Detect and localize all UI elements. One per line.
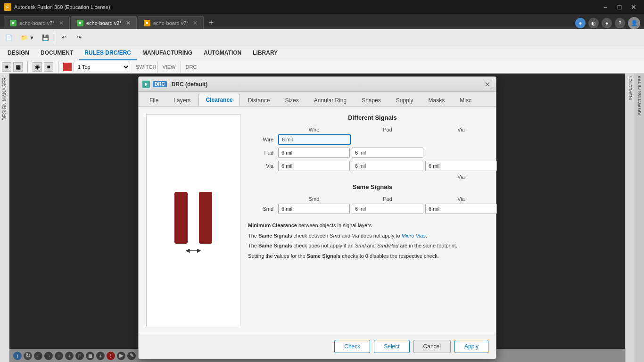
tab-echo-board-v7-3[interactable]: ■ echo-board v7* ✕: [138, 16, 204, 29]
tab-distance[interactable]: Distance: [241, 94, 277, 106]
clearance-diagram: [146, 114, 240, 326]
via-via-input[interactable]: [425, 161, 497, 171]
via-row-label: Via: [248, 163, 276, 169]
via-col-header-right: Via: [425, 174, 497, 180]
tab-supply[interactable]: Supply: [389, 94, 421, 106]
sep-layer2: [58, 61, 58, 73]
view-label: VIEW: [162, 64, 175, 70]
drc-badge: DRC: [153, 81, 167, 87]
help-icon[interactable]: ?: [615, 18, 625, 28]
dialog-content: Different Signals Wire Pad Via Wire: [139, 107, 496, 334]
tab-close-2[interactable]: ✕: [126, 20, 131, 26]
tab-annular-ring[interactable]: Annular Ring: [307, 94, 354, 106]
layer-square-icon[interactable]: ■: [2, 62, 11, 72]
tab-masks[interactable]: Masks: [421, 94, 452, 106]
col-via-header: Via: [425, 127, 497, 132]
select-button[interactable]: Select: [374, 340, 409, 353]
tab-icon-2: ■: [77, 20, 83, 26]
drc-dialog: F DRC DRC (default) ✕ File Layers Cleara…: [138, 76, 496, 359]
window-controls[interactable]: − □ ✕: [599, 2, 640, 12]
toolbar-save[interactable]: 💾: [39, 31, 53, 44]
maximize-button[interactable]: □: [613, 2, 626, 12]
tab-add-button[interactable]: +: [205, 16, 218, 29]
design-manager-label: DESIGN MANAGER: [2, 75, 7, 123]
nav-manufacturing[interactable]: MANUFACTURING: [137, 46, 198, 60]
tab-echo-board-v7-1[interactable]: ■ echo-board v7* ✕: [4, 16, 70, 29]
smd-row-label: Smd: [248, 206, 276, 212]
dialog-close-button[interactable]: ✕: [483, 80, 492, 89]
layer-selector[interactable]: 1 Top: [74, 62, 130, 72]
nav-automation[interactable]: AUTOMATION: [198, 46, 247, 60]
globe-icon[interactable]: ●: [575, 18, 586, 28]
layer-bar: ■ ▦ ◉ ■ 1 Top SWITCH VIEW DRC: [0, 60, 644, 74]
minimize-button[interactable]: −: [599, 2, 612, 12]
sep-layer3: [157, 61, 157, 73]
nav-rules-drc[interactable]: RULES DRC/ERC: [79, 46, 137, 60]
check-button[interactable]: Check: [334, 340, 370, 353]
cancel-button[interactable]: Cancel: [413, 340, 451, 353]
open-icon: 📁: [20, 34, 28, 41]
tab-layers[interactable]: Layers: [166, 94, 198, 106]
via-wire-input[interactable]: [278, 161, 350, 171]
col-pad-header: Pad: [352, 127, 423, 132]
wire-wire-input[interactable]: [278, 134, 351, 145]
dialog-footer: Check Select Cancel Apply: [139, 334, 496, 359]
nav-document[interactable]: DOCUMENT: [35, 46, 79, 60]
toolbar-open[interactable]: 📁 ▼: [17, 31, 38, 44]
dialog-title-bar: F DRC DRC (default) ✕: [139, 77, 496, 92]
pad-col-header-same: Pad: [352, 196, 423, 202]
smd-via-input[interactable]: [425, 204, 497, 214]
canvas-area[interactable]: F DRC DRC (default) ✕ File Layers Cleara…: [9, 74, 625, 362]
info-line-4: Setting the values for the Same Signals …: [248, 252, 497, 261]
toolbar-new[interactable]: 📄: [2, 31, 16, 44]
nav-design[interactable]: DESIGN: [2, 46, 35, 60]
nav-library[interactable]: LIBRARY: [247, 46, 283, 60]
tab-file[interactable]: File: [142, 94, 165, 106]
toolbar: 📄 📁 ▼ 💾 ↶ ↷: [0, 29, 644, 46]
tab-clearance[interactable]: Clearance: [198, 94, 239, 106]
dialog-tab-bar: File Layers Clearance Distance Sizes: [139, 92, 496, 107]
notification-icon[interactable]: ●: [602, 18, 612, 28]
view-icon[interactable]: ◉: [33, 62, 42, 72]
dialog-app-icon: F: [142, 81, 150, 88]
pad-row-label: Pad: [248, 150, 276, 156]
info-line-3: The Same Signals check does not apply if…: [248, 242, 497, 250]
pad-pad-input[interactable]: [352, 148, 423, 158]
sep-layer4: [181, 61, 181, 73]
layer-color-swatch: [63, 63, 72, 71]
sep-layer: [27, 61, 28, 73]
apply-button[interactable]: Apply: [454, 340, 488, 353]
drc-label: DRC: [186, 64, 197, 70]
col-empty: [248, 127, 276, 132]
app-icon: F: [4, 3, 11, 11]
tab-echo-board-v2[interactable]: ■ echo-board v2* ✕: [71, 16, 137, 29]
via-pad-input[interactable]: [352, 161, 423, 171]
nav-bar: DESIGN DOCUMENT RULES DRC/ERC MANUFACTUR…: [0, 46, 644, 60]
view-toggle-icon[interactable]: ■: [44, 62, 53, 72]
svg-rect-0: [174, 192, 188, 244]
dialog-title: DRC (default): [172, 81, 480, 88]
tab-close-3[interactable]: ✕: [193, 20, 198, 26]
clock-icon[interactable]: ◐: [588, 18, 599, 28]
smd-smd-input[interactable]: [278, 204, 350, 214]
toolbar-redo[interactable]: ↷: [72, 31, 86, 44]
modal-overlay: F DRC DRC (default) ✕ File Layers Cleara…: [9, 74, 625, 362]
redo-icon: ↷: [75, 34, 83, 41]
user-avatar[interactable]: 👤: [628, 17, 640, 29]
close-button[interactable]: ✕: [627, 2, 640, 12]
tab-sizes[interactable]: Sizes: [278, 94, 305, 106]
tab-close-1[interactable]: ✕: [59, 20, 64, 26]
tab-misc[interactable]: Misc: [453, 94, 479, 106]
selection-filter-label: SELECTION FILTER: [637, 74, 642, 117]
col-wire-header: Wire: [278, 127, 350, 132]
layer-grid-icon[interactable]: ▦: [13, 62, 23, 72]
tab-shapes[interactable]: Shapes: [355, 94, 388, 106]
pad-wire-input[interactable]: [278, 148, 350, 158]
info-line-2: The Same Signals check between Smd and V…: [248, 232, 497, 240]
smd-pad-input[interactable]: [352, 204, 423, 214]
same-signals-title: Same Signals: [248, 183, 497, 190]
toolbar-undo[interactable]: ↶: [57, 31, 71, 44]
same-signals-section: Same Signals Smd Pad Via Smd: [248, 183, 497, 214]
info-text-block: Minimum Clearance between objects in sig…: [248, 222, 497, 260]
title-bar: F Autodesk Fusion 360 (Education License…: [0, 0, 644, 14]
